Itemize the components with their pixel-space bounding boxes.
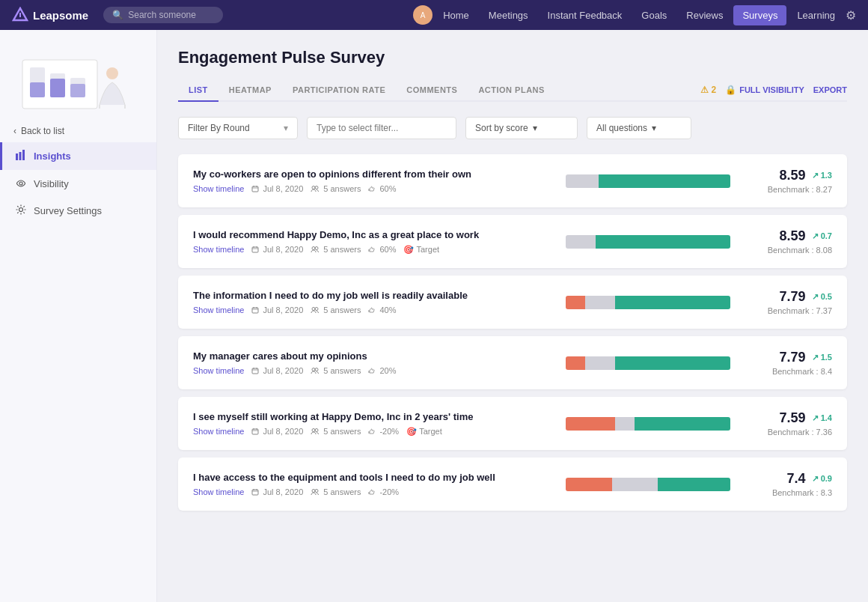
svg-point-57 [315,490,318,493]
svg-rect-14 [22,150,25,160]
back-to-list[interactable]: ‹ Back to list [0,120,156,142]
likes-meta: 60% [368,245,396,254]
nav-home[interactable]: Home [434,5,478,25]
question-text: I would recommend Happy Demo, Inc as a g… [193,229,554,240]
filters-bar: Filter By Round ▾ Sort by score ▾ All qu… [178,117,847,139]
bar-track [566,356,730,370]
question-text: I see myself still working at Happy Demo… [193,411,554,422]
tab-heatmap[interactable]: HEATMAP [218,79,282,102]
sidebar-item-insights[interactable]: Insights [0,142,156,170]
sort-dropdown-arrow-icon: ▾ [533,123,537,133]
likes-meta: 60% [368,184,396,193]
full-visibility-button[interactable]: FULL VISIBILITY [739,85,804,94]
score-trend: ↗ 1.4 [812,413,832,423]
question-row: My manager cares about my opinions Show … [178,336,847,389]
nav-instant-feedback[interactable]: Instant Feedback [539,5,632,25]
show-timeline-link[interactable]: Show timeline [193,427,244,436]
nav-links: A Home Meetings Instant Feedback Goals R… [413,5,856,25]
bar-red [566,478,612,491]
tab-list[interactable]: LIST [178,79,218,102]
bar-track [566,417,730,431]
show-timeline-link[interactable]: Show timeline [193,184,244,193]
answers-meta: 5 answers [311,184,361,193]
answers-meta: 5 answers [311,427,361,436]
search-input[interactable] [128,10,214,20]
filter-text-input[interactable] [307,117,456,139]
question-row: I see myself still working at Happy Demo… [178,397,847,450]
svg-rect-17 [252,186,258,192]
svg-point-16 [19,208,23,212]
question-meta: Show timeline Jul 8, 2020 5 answers -20% [193,487,554,496]
question-info: My co-workers are open to opinions diffe… [193,168,554,193]
settings-icon[interactable]: ⚙ [846,8,856,22]
bar-red [566,356,585,370]
sidebar-item-visibility[interactable]: Visibility [0,170,156,197]
bar-green [658,478,730,491]
likes-meta: -20% [368,487,399,496]
score-bar [566,478,730,491]
bar-red [566,417,615,431]
svg-point-21 [312,186,315,189]
score-trend: ↗ 0.5 [812,292,832,302]
sort-select[interactable]: Sort by score ▾ [465,117,578,139]
alert-badge: ⚠ 2 [700,85,717,95]
svg-point-49 [312,429,315,432]
export-button[interactable]: EXPORT [813,85,847,94]
nav-meetings[interactable]: Meetings [480,5,537,25]
date-meta: Jul 8, 2020 [251,366,303,375]
lock-indicator: 🔒 FULL VISIBILITY [725,85,804,95]
date-meta: Jul 8, 2020 [251,305,303,314]
show-timeline-link[interactable]: Show timeline [193,305,244,314]
target-badge: 🎯 Target [406,427,442,437]
date-meta: Jul 8, 2020 [251,487,303,496]
search-icon: 🔍 [112,10,123,20]
score-bar [566,235,730,249]
svg-rect-13 [19,152,22,160]
score-bar [566,174,730,188]
score-area: 7.4 ↗ 0.9 Benchmark : 8.3 [742,471,832,497]
svg-rect-38 [252,368,258,374]
show-timeline-link[interactable]: Show timeline [193,366,244,375]
svg-point-36 [315,308,318,311]
bar-gray [585,356,615,370]
round-filter[interactable]: Filter By Round ▾ [178,117,298,139]
tab-participation-rate[interactable]: PARTICIPATION RATE [282,79,396,102]
search-box[interactable]: 🔍 [103,7,223,23]
question-info: My manager cares about my opinions Show … [193,350,554,375]
question-meta: Show timeline Jul 8, 2020 5 answers -20%… [193,427,554,437]
score-area: 8.59 ↗ 1.3 Benchmark : 8.27 [742,168,832,194]
svg-rect-45 [252,429,258,434]
questions-select[interactable]: All questions ▾ [587,117,691,139]
dropdown-arrow-icon: ▾ [284,123,288,133]
question-meta: Show timeline Jul 8, 2020 5 answers 40% [193,305,554,314]
svg-point-43 [315,368,318,371]
svg-point-35 [312,308,315,311]
logo: Leapsome [12,7,88,23]
score-area: 7.79 ↗ 0.5 Benchmark : 7.37 [742,289,832,315]
show-timeline-link[interactable]: Show timeline [193,245,244,254]
svg-point-50 [315,429,318,432]
eye-icon [16,177,26,189]
svg-point-22 [315,186,318,189]
tab-comments[interactable]: COMMENTS [396,79,468,102]
score-value: 7.4 [787,471,806,487]
score-benchmark: Benchmark : 8.08 [742,246,832,255]
nav-surveys[interactable]: Surveys [733,5,786,25]
show-timeline-link[interactable]: Show timeline [193,487,244,496]
page-title: Engagement Pulse Survey [178,48,847,67]
sidebar-item-survey-settings[interactable]: Survey Settings [0,197,156,225]
score-benchmark: Benchmark : 7.37 [742,306,832,315]
nav-goals[interactable]: Goals [632,5,676,25]
nav-learning[interactable]: Learning [788,5,844,25]
svg-rect-52 [252,490,258,495]
question-row: My co-workers are open to opinions diffe… [178,154,847,207]
answers-meta: 5 answers [311,305,361,314]
sidebar: ‹ Back to list Insights Visibility Surve… [0,30,157,602]
likes-meta: 40% [368,305,396,314]
nav-reviews[interactable]: Reviews [677,5,732,25]
score-benchmark: Benchmark : 8.4 [742,367,832,376]
avatar: A [413,5,433,25]
tab-action-plans[interactable]: ACTION PLANS [468,79,555,102]
answers-meta: 5 answers [311,366,361,375]
question-info: I would recommend Happy Demo, Inc as a g… [193,229,554,255]
